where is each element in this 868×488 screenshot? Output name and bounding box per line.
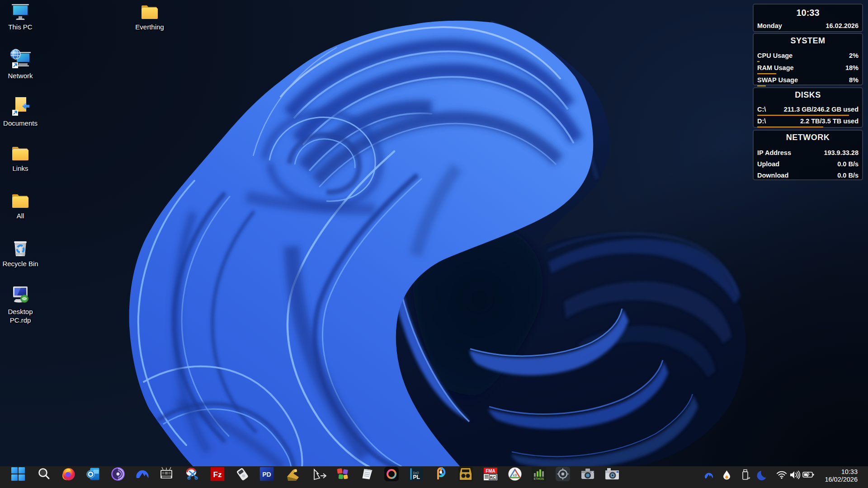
svg-text:FMA: FMA — [486, 469, 495, 474]
svg-text:ε3: ε3 — [513, 473, 517, 477]
svg-text:PD: PD — [262, 471, 271, 478]
svg-text:ETHOS: ETHOS — [534, 477, 544, 480]
svg-text:Fz: Fz — [213, 470, 222, 479]
svg-text:PL: PL — [413, 474, 420, 480]
svg-text:RC: RC — [490, 475, 496, 480]
